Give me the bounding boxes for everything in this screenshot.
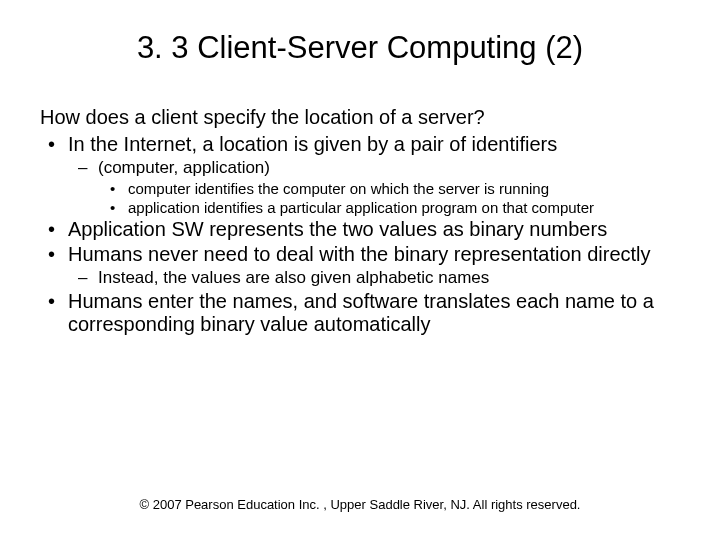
copyright-footer: © 2007 Pearson Education Inc. , Upper Sa… [0, 497, 720, 512]
slide: 3. 3 Client-Server Computing (2) How doe… [0, 0, 720, 540]
subsub-bullet-item: application identifies a particular appl… [128, 199, 680, 216]
sub-bullet-item: Instead, the values are also given alpha… [98, 268, 680, 288]
bullet-text: Humans never need to deal with the binar… [68, 243, 651, 265]
sub-bullet-item: (computer, application) computer identif… [98, 158, 680, 216]
sub-bullet-list: (computer, application) computer identif… [68, 158, 680, 216]
bullet-item: Application SW represents the two values… [68, 218, 680, 241]
bullet-item: Humans enter the names, and software tra… [68, 290, 680, 336]
bullet-item: Humans never need to deal with the binar… [68, 243, 680, 288]
sub-bullet-list: Instead, the values are also given alpha… [68, 268, 680, 288]
intro-question: How does a client specify the location o… [40, 106, 680, 129]
bullet-text: In the Internet, a location is given by … [68, 133, 557, 155]
slide-title: 3. 3 Client-Server Computing (2) [40, 30, 680, 66]
subsub-bullet-list: computer identifies the computer on whic… [98, 180, 680, 216]
subsub-bullet-item: computer identifies the computer on whic… [128, 180, 680, 197]
sub-bullet-text: (computer, application) [98, 158, 270, 177]
bullet-item: In the Internet, a location is given by … [68, 133, 680, 216]
bullet-list: In the Internet, a location is given by … [40, 133, 680, 336]
